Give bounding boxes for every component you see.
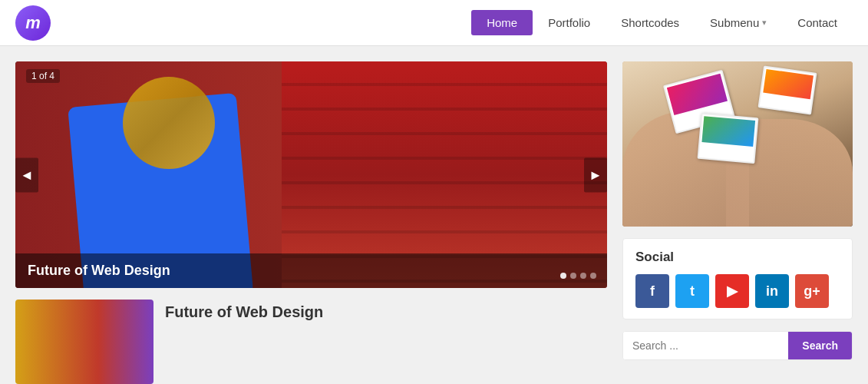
nav-label-portfolio: Portfolio: [548, 16, 590, 29]
slide-image-3: [701, 116, 755, 146]
main-nav: Home Portfolio Shortcodes Submenu ▾ Cont…: [471, 10, 853, 35]
nav-item-shortcodes[interactable]: Shortcodes: [606, 10, 695, 35]
preview-thumb-image: [15, 300, 153, 384]
chevron-left-icon: ◄: [20, 167, 34, 183]
nav-item-contact[interactable]: Contact: [782, 10, 853, 35]
nav-label-shortcodes: Shortcodes: [621, 16, 679, 29]
social-title: Social: [635, 250, 840, 265]
twitter-icon: t: [690, 283, 695, 300]
social-facebook-button[interactable]: f: [635, 274, 669, 308]
preview-thumbnail: [15, 300, 153, 384]
slider-caption: Future of Web Design: [15, 253, 607, 288]
social-icons: f t ▶ in g+: [635, 274, 840, 308]
slider-next-button[interactable]: ►: [584, 157, 607, 192]
slider-caption-text: Future of Web Design: [28, 263, 170, 278]
slider-dot-2[interactable]: [570, 273, 576, 279]
search-input[interactable]: [623, 332, 788, 359]
social-linkedin-button[interactable]: in: [755, 274, 789, 308]
image-slider: 1 of 4 ◄ ► Future of Web Design: [15, 61, 607, 288]
chevron-down-icon: ▾: [762, 18, 767, 28]
slider-counter: 1 of 4: [26, 69, 60, 83]
slider-dots: [560, 273, 596, 279]
social-googleplus-button[interactable]: g+: [795, 274, 829, 308]
nav-item-home[interactable]: Home: [471, 10, 533, 35]
preview-text: Future of Web Design: [165, 300, 607, 324]
nav-item-submenu[interactable]: Submenu ▾: [695, 10, 782, 35]
nav-item-portfolio[interactable]: Portfolio: [533, 10, 606, 35]
social-widget: Social f t ▶ in g+: [622, 238, 853, 319]
slider-dot-3[interactable]: [580, 273, 586, 279]
slide-image-1: [667, 74, 728, 115]
nav-label-home: Home: [487, 16, 517, 29]
left-column: 1 of 4 ◄ ► Future of Web Design: [15, 61, 607, 384]
search-button-label: Search: [802, 339, 838, 352]
right-column: Social f t ▶ in g+: [622, 61, 853, 384]
header: m Home Portfolio Shortcodes Submenu ▾ Co…: [0, 0, 868, 46]
slide-image-2: [763, 69, 814, 99]
search-button[interactable]: Search: [788, 332, 852, 359]
main-content: 1 of 4 ◄ ► Future of Web Design: [0, 46, 868, 384]
nav-label-submenu: Submenu: [710, 16, 759, 29]
search-widget: Search: [622, 331, 853, 360]
nav-label-contact: Contact: [797, 16, 837, 29]
preview-row: Future of Web Design: [15, 300, 607, 384]
slider-dot-1[interactable]: [560, 273, 566, 279]
facebook-icon: f: [650, 283, 655, 300]
photo-slide-3: [698, 113, 759, 164]
hands-background: [622, 61, 853, 227]
slider-figure-trumpet: [123, 77, 215, 169]
photo-widget: [622, 61, 853, 227]
photo-slide-2: [758, 65, 817, 114]
logo-letter: m: [25, 13, 41, 33]
preview-title: Future of Web Design: [165, 303, 607, 321]
social-youtube-button[interactable]: ▶: [715, 274, 749, 308]
chevron-right-icon: ►: [589, 167, 602, 183]
social-twitter-button[interactable]: t: [675, 274, 709, 308]
googleplus-icon: g+: [804, 283, 820, 300]
linkedin-icon: in: [766, 283, 778, 300]
youtube-icon: ▶: [727, 283, 738, 300]
site-logo[interactable]: m: [15, 5, 51, 41]
slider-dot-4[interactable]: [590, 273, 596, 279]
slider-prev-button[interactable]: ◄: [15, 157, 38, 192]
